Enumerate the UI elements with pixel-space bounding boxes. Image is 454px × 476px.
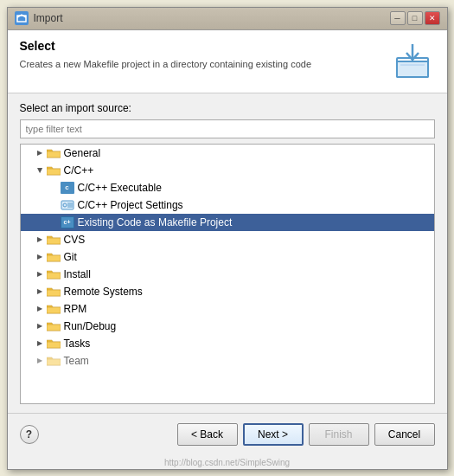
expand-arrow-cpp-exec bbox=[48, 183, 59, 193]
tree-item-git[interactable]: Git bbox=[21, 248, 434, 266]
next-button[interactable]: Next > bbox=[243, 423, 304, 446]
content-section: Select an import source: General bbox=[8, 93, 447, 413]
tree-item-cvs[interactable]: CVS bbox=[21, 231, 434, 248]
import-dialog: Import ─ □ ✕ Select Creates a new Makefi… bbox=[7, 7, 448, 470]
expand-arrow-remote bbox=[35, 286, 45, 297]
tree-label-rundebug: Run/Debug bbox=[64, 320, 117, 332]
tree-label-cpp: C/C++ bbox=[64, 164, 94, 177]
finish-button[interactable]: Finish bbox=[309, 423, 369, 446]
filter-input[interactable] bbox=[20, 119, 435, 138]
expand-arrow-tasks bbox=[35, 338, 45, 349]
folder-icon-rpm bbox=[47, 304, 61, 314]
tree-container[interactable]: General C/C++ c C/C++ Executable bbox=[20, 144, 435, 404]
header-title: Select bbox=[20, 39, 381, 53]
folder-icon-install bbox=[47, 269, 61, 280]
title-buttons: ─ □ ✕ bbox=[390, 11, 440, 25]
expand-arrow-team bbox=[35, 356, 45, 366]
tree-item-general[interactable]: General bbox=[21, 145, 434, 162]
svg-rect-2 bbox=[397, 61, 428, 77]
tree-label-makefile: Existing Code as Makefile Project bbox=[78, 216, 233, 228]
tree-label-general: General bbox=[64, 147, 101, 159]
minimize-button[interactable]: ─ bbox=[390, 11, 406, 25]
source-label: Select an import source: bbox=[20, 102, 435, 114]
window-title: Import bbox=[34, 12, 63, 24]
back-button[interactable]: < Back bbox=[177, 423, 238, 446]
title-bar-left: Import bbox=[15, 11, 63, 25]
tree-label-install: Install bbox=[64, 268, 91, 280]
tree-label-remote: Remote Systems bbox=[64, 286, 143, 298]
expand-arrow-install bbox=[35, 269, 45, 280]
header-section: Select Creates a new Makefile project in… bbox=[8, 30, 447, 93]
expand-arrow-cpp bbox=[35, 165, 45, 176]
tree-label-team: Team bbox=[64, 355, 89, 367]
close-button[interactable]: ✕ bbox=[425, 11, 440, 25]
tree-label-rpm: RPM bbox=[64, 303, 87, 315]
tree-label-cpp-settings: C/C++ Project Settings bbox=[78, 199, 183, 211]
tree-item-rpm[interactable]: RPM bbox=[21, 300, 434, 318]
tree-item-cpp-executable[interactable]: c C/C++ Executable bbox=[21, 179, 434, 196]
window-icon bbox=[15, 11, 29, 25]
tree-item-tasks[interactable]: Tasks bbox=[21, 335, 434, 352]
expand-arrow-rpm bbox=[35, 304, 45, 314]
watermark: http://blog.csdn.net/SimpleSwing bbox=[8, 456, 447, 469]
cancel-button[interactable]: Cancel bbox=[374, 423, 435, 446]
folder-icon-team bbox=[47, 356, 61, 366]
cpp-settings-icon bbox=[61, 199, 74, 211]
tree-label-cpp-executable: C/C++ Executable bbox=[78, 182, 162, 194]
folder-icon-git bbox=[47, 252, 61, 262]
folder-icon-tasks bbox=[47, 338, 61, 349]
expand-arrow-cvs bbox=[35, 235, 45, 245]
help-button[interactable]: ? bbox=[20, 425, 39, 444]
footer-buttons: < Back Next > Finish Cancel bbox=[177, 423, 435, 446]
tree-item-remote[interactable]: Remote Systems bbox=[21, 283, 434, 300]
header-icon bbox=[390, 39, 435, 84]
tree-item-cpp[interactable]: C/C++ bbox=[21, 162, 434, 179]
maximize-button[interactable]: □ bbox=[407, 11, 423, 25]
tree-label-tasks: Tasks bbox=[64, 338, 91, 350]
title-bar: Import ─ □ ✕ bbox=[8, 8, 447, 30]
header-text: Select Creates a new Makefile project in… bbox=[20, 39, 381, 71]
cpp-executable-icon: c bbox=[61, 182, 74, 194]
folder-icon-cpp bbox=[47, 165, 61, 176]
tree-item-makefile[interactable]: c+ Existing Code as Makefile Project bbox=[21, 214, 434, 231]
footer-section: ? < Back Next > Finish Cancel bbox=[8, 413, 447, 456]
folder-icon-cvs bbox=[47, 235, 61, 245]
tree-label-git: Git bbox=[64, 251, 77, 263]
folder-icon-remote bbox=[47, 286, 61, 297]
expand-arrow-git bbox=[35, 252, 45, 262]
expand-arrow-cpp-settings bbox=[48, 200, 59, 210]
tree-item-cpp-settings[interactable]: C/C++ Project Settings bbox=[21, 196, 434, 214]
header-description: Creates a new Makefile project in a dire… bbox=[20, 58, 381, 71]
tree-item-rundebug[interactable]: Run/Debug bbox=[21, 318, 434, 335]
folder-icon-rundebug bbox=[47, 321, 61, 331]
tree-label-cvs: CVS bbox=[64, 234, 86, 246]
makefile-icon: c+ bbox=[61, 216, 74, 228]
folder-icon-general bbox=[47, 148, 61, 158]
footer-left: ? bbox=[20, 425, 39, 444]
tree-item-team[interactable]: Team bbox=[21, 352, 434, 370]
tree-item-install[interactable]: Install bbox=[21, 266, 434, 283]
import-icon bbox=[393, 42, 432, 80]
expand-arrow-rundebug bbox=[35, 321, 45, 331]
expand-arrow-general bbox=[35, 148, 45, 158]
expand-arrow-makefile bbox=[48, 217, 59, 228]
